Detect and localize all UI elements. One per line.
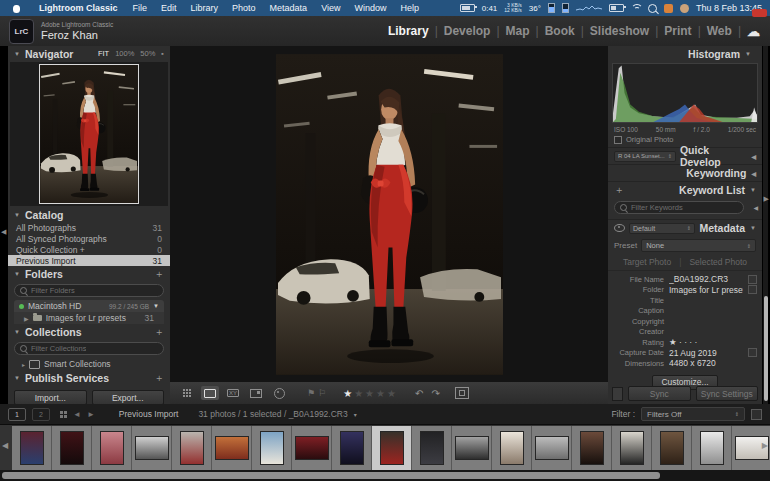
filmstrip-scroll-left-icon[interactable]: ◀: [2, 441, 8, 450]
star-2[interactable]: ★: [354, 388, 365, 399]
filmstrip-thumbnail[interactable]: [12, 426, 52, 470]
module-slideshow[interactable]: Slideshow: [590, 24, 649, 38]
filmstrip-thumbnail[interactable]: [612, 426, 652, 470]
filmstrip-thumbnail[interactable]: [372, 426, 412, 470]
star-5[interactable]: ★: [387, 388, 398, 399]
module-library[interactable]: Library: [388, 24, 429, 38]
histogram-panel-header[interactable]: Histogram ▼: [608, 46, 762, 61]
sync-button[interactable]: Sync: [628, 386, 691, 401]
add-keyword-icon[interactable]: ＋: [614, 183, 624, 197]
menubar-menu-view[interactable]: View: [314, 3, 347, 13]
spotlight-search-icon[interactable]: [648, 4, 657, 13]
filmstrip-thumbnail[interactable]: [132, 426, 172, 470]
sync-toggle-icon[interactable]: [612, 387, 623, 401]
star-3[interactable]: ★: [365, 388, 376, 399]
saved-preset-dropdown[interactable]: R 04 LA Sunset... ⇕: [614, 151, 676, 162]
menubar-menu-library[interactable]: Library: [184, 3, 226, 13]
collection-item[interactable]: ▸Smart Collections: [8, 358, 170, 370]
menubar-menu-file[interactable]: File: [126, 3, 155, 13]
people-view-button[interactable]: [270, 386, 288, 400]
filmstrip-thumbnail[interactable]: [292, 426, 332, 470]
rotate-left-icon[interactable]: ↶: [415, 388, 423, 399]
filmstrip-scroll-right-icon[interactable]: ▶: [762, 441, 768, 450]
module-print[interactable]: Print: [664, 24, 691, 38]
compare-view-button[interactable]: XY: [224, 386, 242, 400]
metadata-action-icon[interactable]: [748, 285, 757, 294]
menubar-app-icon-2[interactable]: [680, 4, 689, 13]
star-1[interactable]: ★: [343, 388, 354, 399]
filter-lock-icon[interactable]: [751, 409, 762, 420]
add-publish-service-icon[interactable]: ＋: [154, 371, 164, 385]
folders-panel-header[interactable]: ▼ Folders ＋: [8, 266, 170, 281]
scrollbar-handle[interactable]: [2, 472, 660, 479]
notification-badge[interactable]: [752, 9, 767, 17]
right-panel-toggle-icon[interactable]: ▶: [764, 195, 769, 203]
menubar-app-name[interactable]: Lightroom Classic: [31, 3, 126, 13]
catalog-item[interactable]: Quick Collection +0: [8, 244, 170, 255]
selection-info[interactable]: 31 photos / 1 selected / _B0A1992.CR3: [198, 409, 347, 419]
metadata-field-value[interactable]: _B0A1992.CR3: [669, 274, 743, 284]
sync-settings-button[interactable]: Sync Settings: [696, 386, 759, 401]
menubar-menu-metadata[interactable]: Metadata: [263, 3, 315, 13]
filter-dropdown[interactable]: Filters Off ⇕: [641, 407, 745, 421]
expand-icon[interactable]: ▸: [22, 361, 25, 368]
metadata-action-icon[interactable]: [748, 275, 757, 284]
metadata-preset-dropdown[interactable]: None ⇕: [641, 239, 756, 252]
filmstrip-source[interactable]: Previous Import: [119, 409, 179, 419]
menubar-menu-photo[interactable]: Photo: [225, 3, 263, 13]
catalog-item[interactable]: All Synced Photographs0: [8, 233, 170, 244]
metadata-field-value[interactable]: ★ · · · ·: [669, 337, 758, 347]
metadata-view-dropdown[interactable]: Default ⇕: [629, 223, 695, 234]
expand-icon[interactable]: ▶: [24, 315, 29, 322]
keyword-filter-icon[interactable]: ◀: [753, 204, 758, 211]
survey-view-button[interactable]: [247, 386, 265, 400]
keyword-list-panel-header[interactable]: ＋ Keyword List ▼: [608, 181, 762, 198]
filmstrip-thumbnail[interactable]: [172, 426, 212, 470]
right-panel-scrollbar[interactable]: [763, 46, 768, 404]
catalog-item[interactable]: All Photographs31: [8, 222, 170, 233]
menubar-menu-window[interactable]: Window: [347, 3, 393, 13]
add-collection-icon[interactable]: ＋: [154, 325, 164, 339]
module-web[interactable]: Web: [707, 24, 732, 38]
go-back-icon[interactable]: ◄: [73, 410, 81, 419]
selected-photo-button[interactable]: Selected Photo: [689, 257, 747, 267]
volume-disclosure-icon[interactable]: ▼: [153, 303, 159, 309]
filmstrip-thumbnail[interactable]: [92, 426, 132, 470]
filmstrip-thumbnail[interactable]: [412, 426, 452, 470]
rotate-right-icon[interactable]: ↷: [431, 388, 439, 399]
metadata-action-icon[interactable]: [748, 348, 757, 357]
target-photo-button[interactable]: Target Photo: [623, 257, 671, 267]
collection-search-input[interactable]: Filter Collections: [14, 342, 164, 355]
catalog-panel-header[interactable]: ▼ Catalog: [8, 207, 170, 222]
collections-panel-header[interactable]: ▼ Collections ＋: [8, 324, 170, 339]
original-photo-checkbox[interactable]: [614, 136, 622, 144]
grid-view-button[interactable]: [178, 386, 196, 400]
quick-develop-panel-header[interactable]: R 04 LA Sunset... ⇕ Quick Develop ◀: [608, 147, 762, 164]
wifi-icon[interactable]: [631, 4, 641, 12]
apple-menu-icon[interactable]: [12, 4, 21, 13]
zoom-100-option[interactable]: 100%: [115, 49, 134, 58]
filmstrip-thumbnail[interactable]: [212, 426, 252, 470]
module-book[interactable]: Book: [545, 24, 575, 38]
import-button[interactable]: Import...: [14, 390, 87, 404]
publish-services-panel-header[interactable]: ▼ Publish Services ＋: [8, 370, 170, 385]
metadata-field-value[interactable]: Images for Lr presets: [669, 285, 743, 295]
folder-item[interactable]: ▶Images for Lr presets31: [14, 312, 164, 324]
filmstrip-thumbnail[interactable]: [332, 426, 372, 470]
source-menu-caret-icon[interactable]: ▾: [354, 411, 357, 418]
add-folder-icon[interactable]: ＋: [154, 267, 164, 281]
keyword-search-input[interactable]: Filter Keywords: [614, 201, 744, 214]
filmstrip-thumbnail[interactable]: [492, 426, 532, 470]
filmstrip-thumbnail[interactable]: [52, 426, 92, 470]
zoom-more-icon[interactable]: ▪: [161, 49, 164, 58]
catalog-item[interactable]: Previous Import31: [8, 255, 170, 266]
menubar-menu-help[interactable]: Help: [394, 3, 427, 13]
metadata-field-value[interactable]: 21 Aug 2019: [669, 348, 743, 358]
menubar-menu-edit[interactable]: Edit: [154, 3, 184, 13]
grid-view-shortcut-icon[interactable]: [60, 411, 67, 418]
zoom-fit-option[interactable]: FIT: [98, 49, 109, 58]
export-button[interactable]: Export...: [92, 390, 165, 404]
star-4[interactable]: ★: [376, 388, 387, 399]
filmstrip-scrollbar[interactable]: [0, 470, 770, 481]
filmstrip-thumbnail[interactable]: [452, 426, 492, 470]
